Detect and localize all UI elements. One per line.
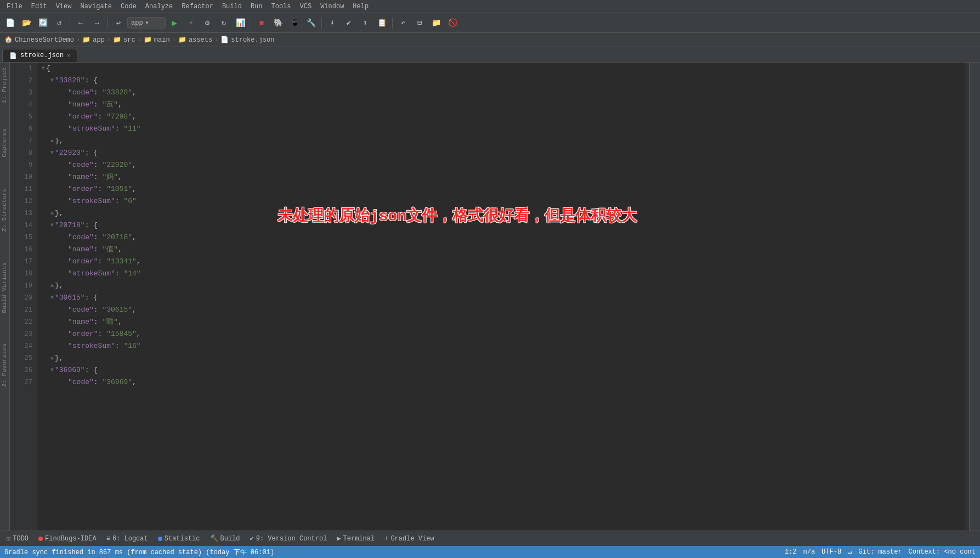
vcs-push-button[interactable]: ⬆ [358, 15, 373, 31]
bc-app[interactable]: app [93, 36, 105, 44]
panel-build-variants[interactable]: Build Variants [0, 258, 9, 317]
ln-5: 5 [10, 111, 32, 123]
fold-13[interactable]: ▲ [50, 207, 54, 219]
fold-19[interactable]: ▲ [50, 280, 54, 292]
menu-view[interactable]: View [52, 0, 76, 13]
undo-button[interactable]: ↩ [111, 15, 126, 31]
bc-sep-5: › [214, 36, 218, 44]
bottom-tab-terminal[interactable]: ▶ Terminal [332, 533, 379, 545]
ln-15: 15 [10, 232, 32, 244]
bc-project[interactable]: ChineseSortDemo [15, 36, 74, 44]
panel-structure[interactable]: Z: Structure [0, 184, 9, 236]
menu-analyze[interactable]: Analyze [141, 0, 177, 13]
bottom-tab-vcs[interactable]: ✔ 9: Version Control [246, 533, 332, 545]
fold-14[interactable]: ▼ [50, 219, 54, 232]
fold-7[interactable]: ▲ [50, 135, 54, 147]
code-line-9: "code": "22920", [42, 159, 965, 171]
ln-23: 23 [10, 328, 32, 340]
status-linesep[interactable]: ↵ [848, 548, 852, 556]
fold-1[interactable]: ▼ [42, 63, 45, 75]
terminal-button[interactable]: ⊟ [412, 15, 427, 31]
separator-2 [107, 18, 108, 29]
ln-1: 1 [10, 63, 32, 75]
panel-captures[interactable]: Captures [0, 124, 9, 162]
open-button[interactable]: 📂 [19, 15, 34, 31]
menu-navigate[interactable]: Navigate [76, 0, 116, 13]
editor-container: 1 2 3 4 5 6 7 8 9 10 11 12 13 14 15 16 1… [10, 63, 969, 531]
status-encoding[interactable]: UTF-8 [822, 548, 841, 556]
bottom-tab-gradle[interactable]: + Gradle View [380, 533, 438, 545]
new-file-button[interactable]: 📄 [2, 15, 18, 31]
bottom-tab-findbugs[interactable]: FindBugs-IDEA [34, 533, 101, 545]
vcs-commit-button[interactable]: ✔ [341, 15, 356, 31]
todo-label: TODO [13, 535, 29, 543]
tasks-button[interactable]: ⚙ [200, 15, 215, 31]
bottom-tab-build[interactable]: 🔨 Build [206, 533, 245, 545]
build-icon: 🔨 [210, 534, 218, 543]
debug-button[interactable]: ⚡ [183, 15, 199, 31]
menu-help[interactable]: Help [348, 0, 373, 13]
ln-11: 11 [10, 183, 32, 195]
sync-button[interactable]: 🔄 [35, 15, 50, 31]
fold-20[interactable]: ▼ [50, 292, 54, 304]
code-line-17: "order": "13341", [42, 256, 965, 268]
status-position[interactable]: 1:2 [785, 548, 797, 556]
stop-button[interactable]: ■ [254, 15, 269, 31]
back-button[interactable]: ← [73, 15, 88, 31]
bc-file[interactable]: stroke.json [231, 36, 274, 44]
fold-8[interactable]: ▼ [50, 147, 54, 159]
left-side-panels: 1: Project Captures Z: Structure Build V… [0, 63, 10, 531]
statusbar: Gradle sync finished in 867 ms (from cac… [0, 546, 980, 558]
bc-assets-icon: 📁 [178, 36, 186, 44]
run-config-dropdown[interactable]: app ▾ [127, 17, 166, 29]
code-area[interactable]: ▼ { ▼ "33828": { "code": "33828", [37, 63, 965, 531]
bottom-tab-todo[interactable]: ☑ TODO [2, 533, 33, 545]
fold-2[interactable]: ▼ [50, 75, 54, 87]
dropdown-arrow-icon: ▾ [145, 19, 149, 27]
profiler-button[interactable]: 🚫 [445, 15, 460, 31]
vcs-update-button[interactable]: ⬇ [325, 15, 340, 31]
gradle-sync-button[interactable]: 🐘 [270, 15, 286, 31]
ln-19: 19 [10, 280, 32, 292]
bc-app-icon: 📁 [82, 36, 90, 44]
undo2-button[interactable]: ↶ [395, 15, 411, 31]
device-file-button[interactable]: 📁 [428, 15, 444, 31]
menu-code[interactable]: Code [116, 0, 141, 13]
forward-button[interactable]: → [89, 15, 105, 31]
tab-stroke-json[interactable]: 📄 stroke.json ✕ [2, 49, 77, 62]
editor-content: 1 2 3 4 5 6 7 8 9 10 11 12 13 14 15 16 1… [10, 63, 969, 531]
menu-file[interactable]: File [2, 0, 27, 13]
vcs-history-button[interactable]: 📋 [374, 15, 389, 31]
apply-changes-button[interactable]: ↻ [216, 15, 231, 31]
menu-refactor[interactable]: Refactor [177, 0, 218, 13]
ln-26: 26 [10, 364, 32, 376]
code-line-6: "strokeSum": "11" [42, 123, 965, 135]
fold-26[interactable]: ▼ [50, 364, 54, 376]
bottom-tab-logcat[interactable]: ≡ 6: Logcat [102, 533, 152, 545]
menu-run[interactable]: Run [246, 0, 267, 13]
code-line-18: "strokeSum": "14" [42, 268, 965, 280]
bc-assets[interactable]: assets [189, 36, 212, 44]
fold-25[interactable]: ▲ [50, 352, 54, 364]
menu-edit[interactable]: Edit [27, 0, 52, 13]
code-line-26: ▼ "36969": { [42, 364, 965, 376]
avd-button[interactable]: 📱 [287, 15, 302, 31]
code-line-22: "name": "睛", [42, 316, 965, 328]
bottom-tab-statistic[interactable]: Statistic [154, 533, 205, 545]
refresh-button[interactable]: ↺ [52, 15, 67, 31]
menu-build[interactable]: Build [218, 0, 246, 13]
run-button[interactable]: ▶ [167, 15, 182, 31]
bc-src[interactable]: src [123, 36, 135, 44]
ln-18: 18 [10, 268, 32, 280]
menu-tools[interactable]: Tools [267, 0, 296, 13]
menu-vcs[interactable]: VCS [296, 0, 316, 13]
menu-window[interactable]: Window [316, 0, 348, 13]
panel-favorites[interactable]: 2: Favorites [0, 339, 9, 391]
coverage-button[interactable]: 📊 [233, 15, 248, 31]
status-git[interactable]: Git: master [858, 548, 902, 556]
bc-main[interactable]: main [154, 36, 170, 44]
sdk-button[interactable]: 🔧 [303, 15, 319, 31]
vcs-label: 9: Version Control [256, 535, 327, 543]
panel-project[interactable]: 1: Project [0, 63, 9, 108]
tab-close-button[interactable]: ✕ [67, 52, 70, 59]
